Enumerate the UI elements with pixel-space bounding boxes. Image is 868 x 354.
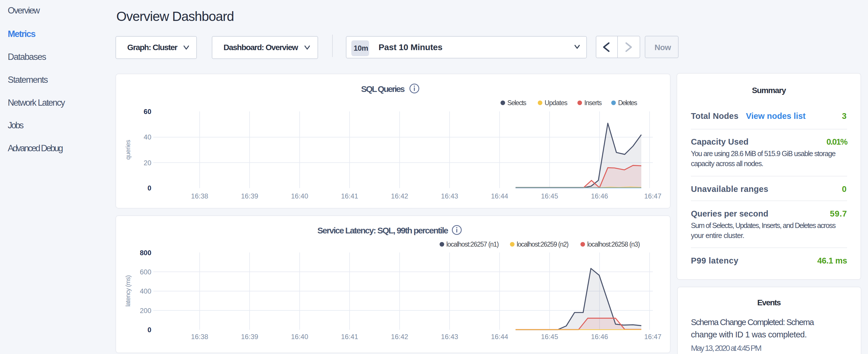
svg-text:16:41: 16:41 [341,192,358,200]
svg-text:16:41: 16:41 [341,333,358,341]
svg-text:16:39: 16:39 [241,192,258,200]
svg-text:0: 0 [148,184,151,192]
svg-text:Selects: Selects [507,99,526,106]
svg-text:localhost:26257 (n1): localhost:26257 (n1) [446,240,499,248]
svg-text:40: 40 [144,133,151,141]
svg-text:16:40: 16:40 [291,333,308,341]
svg-text:16:38: 16:38 [191,192,208,200]
svg-text:16:45: 16:45 [541,333,558,341]
svg-text:latency (ms): latency (ms) [124,276,131,307]
svg-text:0: 0 [148,326,151,334]
svg-text:16:45: 16:45 [541,192,558,200]
svg-text:16:42: 16:42 [391,192,408,200]
svg-text:16:46: 16:46 [591,192,608,200]
svg-text:400: 400 [140,287,151,295]
svg-text:16:44: 16:44 [491,192,508,200]
svg-text:600: 600 [140,268,151,276]
svg-text:Deletes: Deletes [618,99,637,106]
svg-text:16:43: 16:43 [441,333,458,341]
svg-text:800: 800 [140,249,151,257]
svg-text:16:43: 16:43 [441,192,458,200]
svg-text:queries: queries [124,140,131,160]
svg-text:60: 60 [144,108,151,116]
svg-text:localhost:26258 (n3): localhost:26258 (n3) [587,240,640,248]
svg-text:16:40: 16:40 [291,192,308,200]
svg-text:20: 20 [144,159,151,167]
svg-text:Updates: Updates [545,99,567,106]
svg-text:Inserts: Inserts [584,99,602,106]
svg-text:SQL Queries: SQL Queries [361,84,405,94]
svg-text:16:39: 16:39 [241,333,258,341]
svg-text:Service Latency: SQL, 99th per: Service Latency: SQL, 99th percentile [317,226,448,235]
svg-text:16:42: 16:42 [391,333,408,341]
svg-text:200: 200 [140,307,151,315]
svg-text:localhost:26259 (n2): localhost:26259 (n2) [517,240,568,248]
svg-text:16:44: 16:44 [491,333,508,341]
svg-text:16:47: 16:47 [644,192,661,200]
svg-text:16:38: 16:38 [191,333,208,341]
svg-text:16:47: 16:47 [644,333,661,341]
svg-text:16:46: 16:46 [591,333,608,341]
